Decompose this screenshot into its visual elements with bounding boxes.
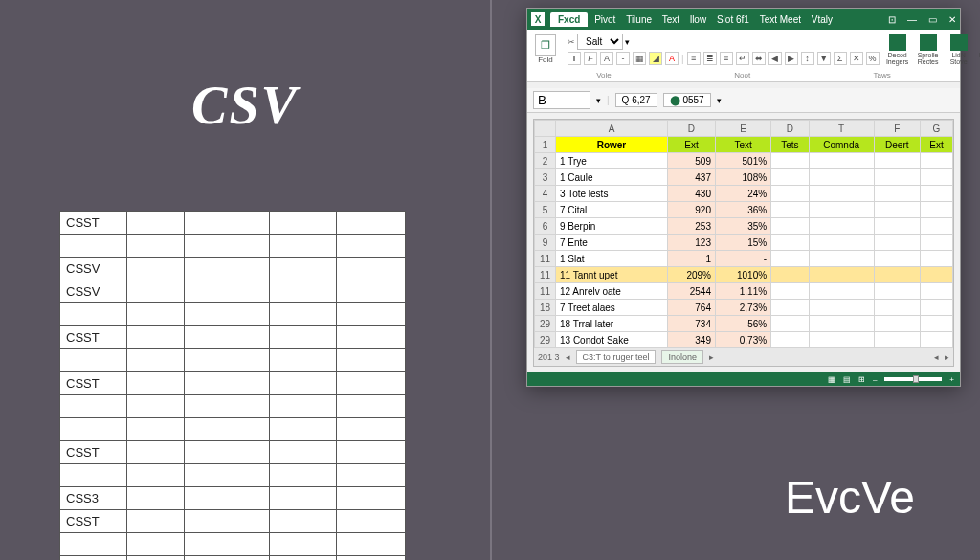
view-layout-icon[interactable]: ▤ (843, 375, 851, 384)
ribbon-tab[interactable]: Text Meet (756, 12, 805, 27)
header-cell[interactable]: Ext (920, 137, 952, 153)
sheet-tab[interactable]: Inolone (661, 350, 703, 364)
sheet-cell[interactable] (771, 283, 810, 300)
merge-button[interactable]: ⬌ (752, 52, 766, 65)
sheet-cell[interactable] (809, 251, 874, 267)
sheet-cell[interactable]: 349 (667, 332, 715, 348)
sheet-cell[interactable] (771, 300, 810, 316)
row-header[interactable]: 1 (535, 137, 556, 153)
sheet-cell[interactable] (874, 153, 920, 169)
sheet-cell[interactable] (920, 218, 952, 235)
sheet-cell[interactable]: 11 Tannt upet (556, 267, 668, 283)
sheet-cell[interactable] (771, 251, 810, 267)
wrap-button[interactable]: ↵ (736, 52, 749, 65)
view-break-icon[interactable]: ⊞ (858, 375, 865, 384)
sheet-cell[interactable] (771, 202, 810, 218)
sheet-cell[interactable] (771, 218, 810, 235)
sheet-cell[interactable]: 7 Treet alaes (556, 300, 668, 316)
sheet-cell[interactable]: 56% (716, 316, 771, 332)
sheet-cell[interactable]: 509 (667, 153, 715, 169)
sheet-cell[interactable]: 209% (667, 267, 715, 283)
sheet-cell[interactable] (771, 316, 810, 332)
sheet-cell[interactable]: 920 (667, 202, 715, 218)
ribbon-tab[interactable]: Fxcd (550, 12, 588, 27)
sheet-cell[interactable]: 1 Slat (556, 251, 668, 267)
sheet-cell[interactable]: 15% (716, 235, 771, 251)
sheet-cell[interactable] (874, 218, 920, 235)
scroll-right-icon[interactable]: ▸ (945, 352, 949, 362)
column-header[interactable]: F (874, 121, 920, 137)
sheet-cell[interactable]: 430 (667, 186, 715, 202)
ribbon-tab[interactable]: Slot 6f1 (713, 12, 753, 27)
sheet-cell[interactable]: 13 Condot Sake (556, 332, 668, 348)
header-cell[interactable]: Rower (556, 137, 668, 153)
clear-button[interactable]: ✕ (850, 52, 863, 65)
ribbon-opts-icon[interactable]: ⊡ (888, 14, 896, 25)
value-box[interactable]: ⬤ 0557 (663, 93, 711, 107)
sheet-cell[interactable]: 437 (667, 169, 715, 186)
sheet-cell[interactable] (920, 316, 952, 332)
zoom-slider[interactable] (884, 377, 942, 381)
sheet-cell[interactable]: 12 Anrelv oate (556, 283, 668, 300)
ribbon-big-button[interactable]: LidN Stove (945, 34, 973, 65)
strike-button[interactable]: - (616, 52, 630, 65)
sheet-cell[interactable] (920, 235, 952, 251)
ref-box[interactable]: Q 6,27 (615, 93, 657, 107)
sheet-cell[interactable] (809, 169, 874, 186)
sheet-cell[interactable]: 1010% (716, 267, 771, 283)
ribbon-big-button[interactable]: Folded Deez (975, 34, 980, 65)
sheet-cell[interactable] (920, 153, 952, 169)
sheet-cell[interactable] (771, 235, 810, 251)
sheet-cell[interactable]: 253 (667, 218, 715, 235)
sheet-cell[interactable] (809, 235, 874, 251)
column-header[interactable]: G (920, 121, 952, 137)
sheet-cell[interactable]: 1 Trye (556, 153, 668, 169)
nav-first-icon[interactable]: ◂ (566, 352, 570, 362)
sheet-cell[interactable]: 36% (716, 202, 771, 218)
sheet-cell[interactable] (920, 169, 952, 186)
sheet-cell[interactable] (920, 186, 952, 202)
row-header[interactable]: 6 (535, 218, 556, 235)
sheet-cell[interactable]: 0,73% (716, 332, 771, 348)
sheet-cell[interactable]: 18 Trral later (556, 316, 668, 332)
header-cell[interactable]: Comnda (809, 137, 874, 153)
sheet-cell[interactable] (809, 283, 874, 300)
filter-button[interactable]: ▼ (817, 52, 831, 65)
align-left-button[interactable]: ≡ (687, 52, 701, 65)
view-normal-icon[interactable]: ▦ (828, 375, 835, 384)
sheet-cell[interactable]: 1.11% (716, 283, 771, 300)
header-cell[interactable]: Ext (667, 137, 715, 153)
row-header[interactable]: 18 (535, 300, 556, 316)
sheet-cell[interactable]: 7 Cital (556, 202, 668, 218)
column-header[interactable]: A (556, 121, 668, 137)
row-header[interactable]: 11 (535, 251, 556, 267)
nav-next-icon[interactable]: ▸ (709, 352, 714, 362)
sheet-cell[interactable]: 1 Caule (556, 169, 668, 186)
sheet-cell[interactable] (920, 202, 952, 218)
name-box[interactable] (533, 91, 590, 109)
bold-button[interactable]: T (568, 52, 581, 65)
sum-button[interactable]: Σ (834, 52, 847, 65)
row-header[interactable]: 29 (535, 332, 556, 348)
sheet-cell[interactable] (920, 300, 952, 316)
sheet-cell[interactable] (874, 251, 920, 267)
sheet-cell[interactable] (874, 202, 920, 218)
sheet-cell[interactable] (920, 267, 952, 283)
sheet-cell[interactable]: 108% (716, 169, 771, 186)
sheet-cell[interactable] (771, 153, 810, 169)
zoom-out-button[interactable]: – (873, 375, 877, 384)
ribbon-tab[interactable]: Pivot (590, 12, 619, 27)
sheet-cell[interactable]: 24% (716, 186, 771, 202)
sheet-tab[interactable]: C3:T to ruger teel (576, 350, 657, 364)
sheet-cell[interactable] (809, 153, 874, 169)
sheet-cell[interactable]: 764 (667, 300, 715, 316)
ribbon-tab[interactable]: Tilune (622, 12, 656, 27)
sheet-cell[interactable]: 2,73% (716, 300, 771, 316)
sheet-cell[interactable] (874, 332, 920, 348)
italic-button[interactable]: F (584, 52, 597, 65)
indent-inc-button[interactable]: ▶ (785, 52, 798, 65)
sheet-cell[interactable] (771, 267, 810, 283)
column-header[interactable]: D (771, 121, 810, 137)
sheet-cell[interactable] (874, 186, 920, 202)
sheet-cell[interactable] (920, 283, 952, 300)
